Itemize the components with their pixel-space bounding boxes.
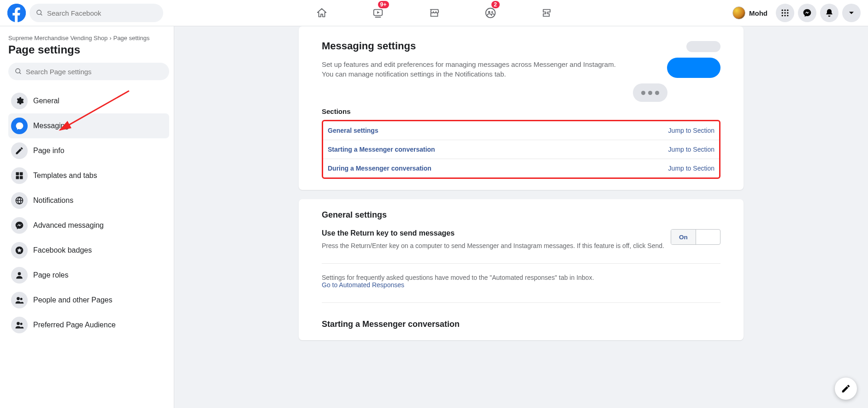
nav-home[interactable] [296,2,348,24]
svg-point-10 [784,12,785,13]
side-search[interactable] [8,63,169,80]
sidebar-item-audience[interactable]: Preferred Page Audience [8,313,169,337]
svg-point-8 [787,10,788,11]
sidebar-item-templates[interactable]: Templates and tabs [8,163,169,188]
svg-rect-16 [20,172,23,176]
sidebar-item-label: Templates and tabs [33,171,97,180]
chat-illustration [628,40,720,107]
sidebar-item-pageinfo[interactable]: Page info [8,138,169,163]
sidebar-item-label: Facebook badges [33,246,92,254]
svg-rect-15 [16,172,19,176]
section-link[interactable]: General settings [328,127,378,134]
sidebar-item-notifications[interactable]: Notifications [8,188,169,213]
settings-card-body: General settings Use the Return key to s… [299,199,744,340]
sidebar-item-label: People and other Pages [33,296,112,304]
breadcrumb-page[interactable]: Supreme Merchandise Vending Shop [8,35,107,41]
profile-name: Mohd [749,9,768,17]
svg-rect-18 [20,176,23,179]
main-content: Messaging settings Set up features and e… [174,26,868,408]
caret-down-icon [847,8,856,18]
notifications-button[interactable] [820,4,838,22]
section-link-row[interactable]: General settings Jump to Section [323,121,719,140]
jump-link[interactable]: Jump to Section [668,146,714,153]
profile-chip[interactable]: Mohd [731,5,772,21]
jump-link[interactable]: Jump to Section [668,165,714,172]
svg-point-22 [17,297,20,300]
top-search[interactable] [30,4,163,22]
templates-icon [15,171,24,180]
starting-conversation-heading: Starting a Messenger conversation [322,319,720,329]
sections-highlight-box: General settings Jump to Section Startin… [322,120,720,179]
facebook-logo[interactable] [7,4,26,22]
sidebar-item-messaging[interactable]: Messaging [8,113,169,138]
messenger-icon [803,8,812,18]
svg-point-4 [488,11,490,13]
top-search-input[interactable] [47,9,157,17]
automated-responses-link[interactable]: Go to Automated Responses [322,281,404,289]
search-icon [15,68,22,75]
svg-point-21 [18,272,21,275]
toggle-on-label: On [671,230,696,244]
sections-heading: Sections [322,107,720,115]
svg-point-23 [20,298,23,300]
section-link-row[interactable]: During a Messenger conversation Jump to … [323,159,719,177]
nav-groups[interactable]: 2 [465,2,516,24]
svg-point-3 [485,8,495,18]
sidebar-item-label: Notifications [33,196,73,205]
svg-point-14 [787,15,788,16]
compose-button[interactable] [835,378,857,400]
topbar-left [0,4,166,22]
settings-card: Messaging settings Set up features and e… [299,26,744,190]
svg-point-24 [17,322,20,325]
sidebar: Supreme Merchandise Vending Shop›Page se… [0,26,174,408]
nav-marketplace[interactable] [408,2,460,24]
sidebar-item-label: Page info [33,147,65,155]
pencil-icon [15,146,24,155]
sidebar-item-people[interactable]: People and other Pages [8,288,169,313]
people-icon [15,296,24,305]
section-link-row[interactable]: Starting a Messenger conversation Jump t… [323,140,719,159]
topbar-right: Mohd [731,4,868,22]
sidebar-item-label: Page roles [33,271,69,279]
svg-point-7 [784,10,785,11]
search-icon [36,9,43,17]
sidebar-item-badges[interactable]: Facebook badges [8,238,169,263]
sidebar-item-label: Messaging [33,122,69,130]
avatar [732,6,745,19]
breadcrumb-current: Page settings [113,35,150,41]
compose-icon [841,384,851,394]
svg-point-13 [784,15,785,16]
menu-button[interactable] [776,4,794,22]
svg-point-11 [787,12,788,13]
section-link[interactable]: During a Messenger conversation [328,165,431,172]
topbar: 9+ 2 Mohd [0,0,868,26]
page-title: Page settings [8,43,169,56]
section-link[interactable]: Starting a Messenger conversation [328,146,435,153]
sidebar-item-pageroles[interactable]: Page roles [8,263,169,288]
messenger-button[interactable] [798,4,816,22]
sidebar-item-label: Advanced messaging [33,221,104,230]
gear-icon [15,96,24,106]
account-button[interactable] [842,4,861,22]
star-icon [15,246,24,255]
card-subtitle: Set up features and edit preferences for… [322,59,624,79]
messenger-icon [15,221,24,230]
side-search-input[interactable] [26,68,163,76]
jump-link[interactable]: Jump to Section [668,127,714,134]
bell-icon [825,8,834,18]
nav-watch[interactable]: 9+ [352,2,404,24]
svg-point-5 [491,11,493,13]
shell: Supreme Merchandise Vending Shop›Page se… [0,26,868,408]
return-key-toggle[interactable]: On [671,229,720,245]
sidebar-item-advmsg[interactable]: Advanced messaging [8,213,169,238]
person-icon [15,271,24,280]
sidebar-item-general[interactable]: General [8,89,169,113]
toggle-off [696,230,720,244]
card-title: Messaging settings [322,40,628,52]
globe-icon [15,196,24,205]
sidebar-item-label: General [33,97,59,105]
chat-icon [15,121,24,130]
faq-moved-text: Settings for frequently asked questions … [322,274,720,281]
nav-gaming[interactable] [521,2,573,24]
svg-point-9 [782,12,783,13]
